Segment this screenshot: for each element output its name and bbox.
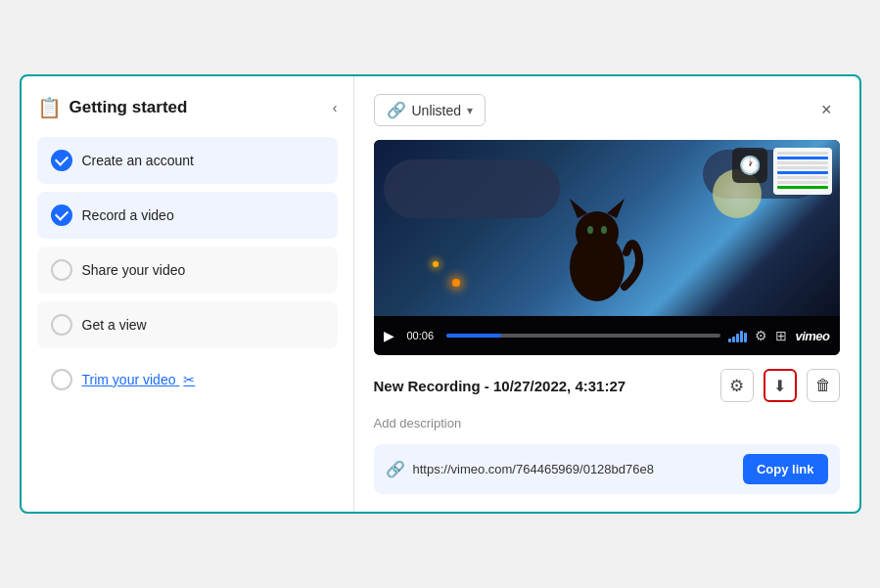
settings-button[interactable]: ⚙	[720, 369, 754, 402]
visibility-label: Unlisted	[412, 103, 462, 118]
light-2	[433, 261, 439, 267]
step-record-video[interactable]: Record a video	[37, 192, 338, 239]
step-label-get-view: Get a view	[82, 317, 147, 333]
link-url: https://vimeo.com/764465969/0128bd76e8	[413, 462, 735, 476]
recording-title: New Recording - 10/27/2022, 4:31:27	[374, 378, 711, 394]
vimeo-logo: vimeo	[795, 329, 829, 343]
gear-icon: ⚙	[729, 376, 744, 396]
trash-icon: 🗑	[815, 377, 831, 394]
calendar-icon: 📋	[37, 96, 62, 119]
step-label-share-video: Share your video	[82, 262, 186, 278]
step-create-account[interactable]: Create an account	[37, 137, 338, 184]
fullscreen-icon[interactable]: ⊞	[775, 328, 787, 343]
link-icon: 🔗	[386, 460, 405, 478]
progress-bar[interactable]	[446, 334, 720, 338]
collapse-button[interactable]: ‹	[333, 100, 338, 115]
panel-header: 📋 Getting started ‹	[37, 96, 338, 119]
step-circle-trim-video	[51, 369, 72, 390]
recording-row: New Recording - 10/27/2022, 4:31:27 ⚙ ⬇ …	[374, 369, 840, 402]
play-button[interactable]: ▶	[384, 328, 394, 343]
step-check-record-video	[51, 204, 72, 226]
cat-silhouette	[548, 179, 646, 306]
video-controls: ▶ 00:06 ⚙ ⊞ vimeo	[374, 316, 840, 355]
time-display: 00:06	[402, 328, 440, 343]
svg-point-5	[601, 226, 607, 234]
visibility-dropdown[interactable]: 🔗 Unlisted ▾	[374, 94, 486, 126]
panel-title-wrap: 📋 Getting started	[37, 96, 188, 119]
main-window: 📋 Getting started ‹ Create an account Re…	[20, 74, 861, 514]
step-get-view[interactable]: Get a view	[37, 301, 338, 348]
right-panel: 🔗 Unlisted ▾ ×	[354, 76, 859, 512]
clock-overlay: 🕐	[732, 148, 767, 183]
step-circle-get-view	[51, 314, 72, 336]
panel-title: Getting started	[69, 98, 188, 117]
video-info-panel	[773, 148, 832, 195]
dropdown-arrow-icon: ▾	[467, 104, 473, 117]
svg-point-1	[576, 211, 619, 254]
light-1	[452, 279, 460, 287]
download-icon: ⬇	[773, 377, 786, 395]
volume-bars	[728, 329, 747, 342]
add-description[interactable]: Add description	[374, 416, 840, 430]
top-bar: 🔗 Unlisted ▾ ×	[374, 94, 840, 126]
step-label-record-video: Record a video	[82, 207, 174, 223]
step-label-create-account: Create an account	[82, 153, 194, 168]
step-check-create-account	[51, 150, 72, 171]
copy-link-button[interactable]: Copy link	[743, 454, 828, 484]
progress-fill	[446, 334, 501, 338]
scissors-icon: ✂	[183, 372, 195, 387]
unlisted-icon: 🔗	[387, 101, 406, 119]
step-share-video[interactable]: Share your video	[37, 247, 338, 294]
download-button[interactable]: ⬇	[764, 369, 797, 402]
svg-point-4	[587, 226, 593, 234]
svg-marker-2	[570, 199, 587, 218]
step-trim-video[interactable]: Trim your video ✂	[37, 356, 338, 403]
close-button[interactable]: ×	[813, 96, 840, 124]
video-thumbnail: 🕐	[374, 140, 840, 316]
left-panel: 📋 Getting started ‹ Create an account Re…	[22, 76, 354, 512]
step-label-trim-video: Trim your video ✂	[82, 372, 196, 387]
cloud-1	[384, 159, 560, 218]
svg-marker-3	[607, 199, 625, 218]
delete-button[interactable]: 🗑	[807, 369, 840, 402]
link-row: 🔗 https://vimeo.com/764465969/0128bd76e8…	[374, 444, 840, 494]
step-circle-share-video	[51, 259, 72, 281]
settings-icon[interactable]: ⚙	[755, 328, 767, 343]
video-container: 🕐 ▶ 00:06	[374, 140, 840, 355]
